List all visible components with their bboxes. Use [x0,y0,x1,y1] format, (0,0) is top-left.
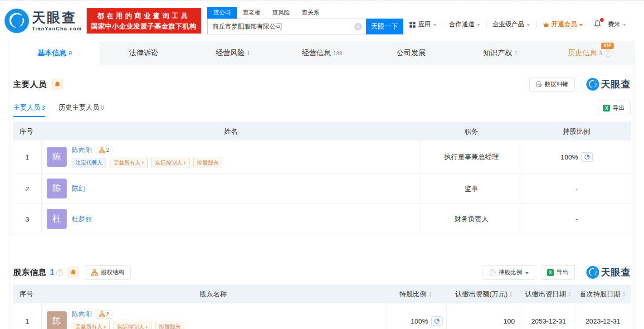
first-date-cell: 2023-12-31 [575,303,631,329]
apps-grid-icon [409,21,416,28]
search-input[interactable] [207,19,366,34]
tab-基本信息[interactable]: 基本信息9 [10,41,99,65]
promo-banner[interactable]: 都在用的商业查询工具 国家中小企业发展子基金旗下机构 [87,8,201,34]
staff-table-header: 序号姓名职务持股比例 [13,123,631,140]
column-header: 序号 [13,123,41,140]
pie-chart-icon [434,318,440,324]
shareholder-export-button[interactable]: X 导出 [541,265,575,280]
search-button[interactable]: 天眼一下 [366,19,403,34]
nav-user[interactable]: 费米 [606,20,632,29]
table-row: 1 陈陈向阳2受益所有人实际控制人控股股东 100% 100 2053-12-3… [13,303,631,329]
search-tab[interactable]: 查风险 [266,7,296,19]
person-link[interactable]: 陈向阳 [72,146,92,155]
tianyancha-logo[interactable]: 天眼查 TianYanCha.com [5,9,82,33]
tab-公司发展[interactable]: 公司发展 [366,41,456,65]
crown-icon [542,21,550,28]
avatar: 陈 [47,147,67,167]
column-header: 职务 [420,123,522,140]
search-area: 查公司查老板查风险查关系 ✕ 天眼一下 [207,7,403,34]
sort-icon [429,291,432,297]
column-header[interactable]: 认缴出资额(万元) [446,285,522,303]
ratio-filter-button[interactable]: ? 持股比例 [483,265,535,280]
column-header[interactable]: 认缴出资日期 [522,285,575,303]
chevron-down-icon [527,24,530,26]
bell-icon [70,269,77,276]
help-icon: ? [489,269,496,276]
tag-arrow-icon [146,326,148,329]
excel-icon: X [603,105,610,111]
role-tag[interactable]: 受益所有人 [110,158,148,168]
nav-apps[interactable]: 应用 [403,20,443,29]
tab-知识产权[interactable]: 知识产权1 [456,41,545,65]
ratio-cell: - [522,204,631,234]
amount-cell: 100 [446,303,522,329]
table-row: 3 杜杜梦丽 财务负责人 - [13,203,631,234]
tab-经营信息[interactable]: 经营信息189 [278,41,367,65]
shareholding-pie-button[interactable] [581,152,593,162]
relation-count-badge[interactable]: 2 [96,310,112,319]
subtab-主要人员[interactable]: 主要人员3 [13,103,45,117]
tab-法律诉讼[interactable]: 法律诉讼 [99,41,189,65]
position-cell: 监事 [420,174,522,203]
help-icon[interactable]: ? [56,269,63,276]
role-tag[interactable]: 受益所有人 [72,322,110,329]
row-index: 1 [13,140,41,173]
column-header: 持股比例 [522,123,631,140]
brand-name: 天眼查 [32,11,82,24]
top-nav: 应用 合作通道 企业级产品 开通会员 费米 [403,20,632,29]
row-index: 2 [13,174,41,203]
shareholder-subscribe-bell[interactable] [68,266,79,278]
nav-open-membership[interactable]: 开通会员 [537,20,589,29]
role-tag[interactable]: 实际控制人 [113,322,151,329]
due-date-cell: 2053-12-31 [522,303,575,329]
person-link[interactable]: 杜梦丽 [72,215,92,223]
position-cell: 执行董事兼总经理 [420,140,522,173]
column-header: 股东名称 [41,285,385,303]
column-header[interactable]: 持股比例 [385,285,446,303]
tianyancha-swirl-icon [5,9,29,33]
search-tab[interactable]: 查关系 [296,7,325,19]
role-tag[interactable]: 法定代表人 [72,158,106,168]
clear-search-icon[interactable]: ✕ [354,23,362,30]
sort-icon [509,291,513,297]
chevron-down-icon [525,272,529,274]
equity-structure-button[interactable]: 股权结构 [85,265,131,280]
staff-export-button[interactable]: X 导出 [597,101,631,115]
promo-line2: 国家中小企业发展子基金旗下机构 [91,21,197,31]
shareholding-pie-button[interactable] [431,316,443,326]
table-row: 2 陈陈幻 监事 - [13,173,631,203]
role-tag[interactable]: 实际控制人 [151,158,190,168]
excel-icon: X [547,269,554,276]
tag-arrow-icon [104,326,106,329]
notifications-bell[interactable] [589,20,606,29]
tab-历史信息[interactable]: 历史信息VIP3? [545,41,634,65]
role-tag[interactable]: 控股股东 [155,322,184,329]
ratio-cell: - [522,174,631,203]
promo-line1: 都在用的商业查询工具 [91,10,197,21]
staff-subscribe-bell[interactable] [51,78,63,90]
position-cell: 财务负责人 [420,204,522,234]
role-tag[interactable]: 控股股东 [193,158,222,168]
chevron-down-icon [433,24,437,26]
avatar: 陈 [47,311,67,329]
sort-icon [568,291,571,297]
staff-subtabs: 主要人员3历史主要人员0 X 导出 [13,101,631,117]
nav-enterprise[interactable]: 企业级产品 [487,20,536,29]
subtab-历史主要人员[interactable]: 历史主要人员0 [59,103,104,117]
shareholder-count: 1 [50,268,54,276]
nav-cooperation[interactable]: 合作通道 [443,20,486,29]
shareholder-table: 序号股东名称持股比例认缴出资额(万元)认缴出资日期首次持股日期 1 陈陈向阳2受… [13,285,631,329]
shareholder-section-title: 股东信息 [13,267,47,278]
help-icon[interactable]: ? [605,50,611,57]
person-link[interactable]: 陈向阳 [72,310,92,319]
search-tab[interactable]: 查公司 [207,7,237,19]
person-link[interactable]: 陈幻 [72,184,85,193]
sort-icon [622,291,626,297]
relation-count-badge[interactable]: 2 [96,146,112,154]
chevron-down-icon [477,24,480,26]
data-correction-button[interactable]: 数据纠错 [529,77,575,92]
tab-经营风险[interactable]: 经营风险1 [188,41,278,65]
search-tab[interactable]: 查老板 [237,7,266,19]
column-header: 序号 [13,285,41,303]
column-header[interactable]: 首次持股日期 [575,285,631,303]
